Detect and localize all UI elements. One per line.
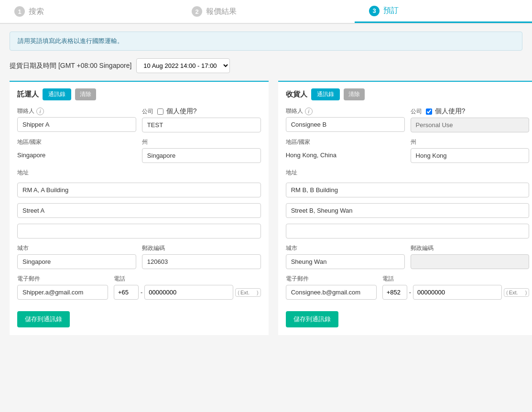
pickup-row: 提貨日期及時間 [GMT +08:00 Singapore] 10 Aug 20… xyxy=(10,58,522,73)
consignee-state-input[interactable] xyxy=(411,148,530,163)
shipper-address1-input[interactable] xyxy=(17,183,261,197)
shipper-region-state-row: 地區/國家 Singapore 州 xyxy=(17,138,261,163)
shipper-contact-input[interactable] xyxy=(17,117,136,132)
shipper-region-label: 地區/國家 xyxy=(17,138,136,146)
step-1[interactable]: 1 搜索 xyxy=(0,0,177,23)
consignee-save-btn[interactable]: 儲存到通訊錄 xyxy=(286,311,338,327)
shipper-address-label: 地址 xyxy=(17,169,261,177)
consignee-email-input[interactable] xyxy=(286,285,377,300)
shipper-postal-input[interactable] xyxy=(142,254,261,269)
consignee-phone-ext-input[interactable] xyxy=(509,290,524,295)
shipper-phone-group: 電話 - ( ) xyxy=(114,275,261,300)
consignee-phone-num[interactable] xyxy=(413,285,502,300)
shipper-clear-btn[interactable]: 清除 xyxy=(75,88,96,100)
shipper-address2-input[interactable] xyxy=(17,203,261,218)
shipper-form: 聯絡人 i 公司 個人使用? xyxy=(17,107,261,327)
shipper-contact-group: 聯絡人 i xyxy=(17,107,136,132)
consignee-contact-input[interactable] xyxy=(286,117,405,132)
consignee-contact-info-icon: i xyxy=(305,108,313,115)
shipper-email-input[interactable] xyxy=(17,285,108,300)
shipper-personal-use-row: 個人使用? xyxy=(157,107,197,116)
consignee-address-btn[interactable]: 通訊錄 xyxy=(311,88,340,100)
consignee-contact-company-row: 聯絡人 i 公司 個人使用? xyxy=(286,107,530,132)
shipper-city-label: 城市 xyxy=(17,244,136,252)
consignee-city-postal-row: 城市 郵政編碼 xyxy=(286,244,530,269)
consignee-section: 收貨人 通訊錄 清除 聯絡人 i 公司 xyxy=(278,81,532,335)
consignee-address-label: 地址 xyxy=(286,169,530,177)
consignee-save-row: 儲存到通訊錄 xyxy=(286,305,530,327)
consignee-address2-input[interactable] xyxy=(286,203,530,218)
step-3-label: 預訂 xyxy=(383,6,399,16)
shipper-save-row: 儲存到通訊錄 xyxy=(17,305,261,327)
consignee-contact-group: 聯絡人 i xyxy=(286,107,405,132)
shipper-header: 託運人 通訊錄 清除 xyxy=(17,88,261,100)
consignee-phone-dash: - xyxy=(409,289,411,296)
form-columns: 託運人 通訊錄 清除 聯絡人 i 公司 xyxy=(10,81,522,335)
consignee-phone-ext-wrap: ( ) xyxy=(504,288,529,297)
shipper-phone-row: - ( ) xyxy=(114,285,261,300)
consignee-personal-use-checkbox[interactable] xyxy=(426,108,432,115)
step-2[interactable]: 2 報價結果 xyxy=(177,0,355,23)
consignee-header: 收貨人 通訊錄 清除 xyxy=(286,88,530,100)
shipper-phone-ext-input[interactable] xyxy=(240,290,256,295)
shipper-postal-group: 郵政編碼 xyxy=(142,244,261,269)
consignee-ext-close-paren: ) xyxy=(525,290,527,295)
step-1-num: 1 xyxy=(14,6,25,17)
consignee-region-state-row: 地區/國家 Hong Kong, China 州 xyxy=(286,138,530,163)
shipper-city-postal-row: 城市 郵政編碼 xyxy=(17,244,261,269)
consignee-address-label-group: 地址 xyxy=(286,169,530,177)
consignee-email-group: 電子郵件 xyxy=(286,275,377,300)
step-3-num: 3 xyxy=(369,6,380,16)
consignee-postal-input[interactable] xyxy=(411,254,530,269)
shipper-city-group: 城市 xyxy=(17,244,136,269)
step-3[interactable]: 3 預訂 xyxy=(355,0,532,23)
consignee-email-label: 電子郵件 xyxy=(286,275,377,283)
consignee-city-input[interactable] xyxy=(286,254,405,269)
consignee-state-group: 州 xyxy=(411,138,530,163)
shipper-ext-close-paren: ) xyxy=(257,290,259,295)
pickup-label: 提貨日期及時間 [GMT +08:00 Singapore] xyxy=(10,62,131,70)
consignee-address1-input[interactable] xyxy=(286,183,530,197)
main-content: 請用英語填寫此表格以進行國際運輸。 提貨日期及時間 [GMT +08:00 Si… xyxy=(0,24,532,343)
shipper-section: 託運人 通訊錄 清除 聯絡人 i 公司 xyxy=(10,81,269,335)
shipper-email-phone-row: 電子郵件 電話 - ( ) xyxy=(17,275,261,300)
shipper-contact-label: 聯絡人 xyxy=(17,107,34,115)
shipper-save-btn[interactable]: 儲存到通訊錄 xyxy=(17,311,70,327)
consignee-phone-prefix[interactable] xyxy=(382,285,407,300)
consignee-region-label: 地區/國家 xyxy=(286,138,405,146)
shipper-postal-label: 郵政編碼 xyxy=(142,244,261,252)
stepper: 1 搜索 2 報價結果 3 預訂 xyxy=(0,0,532,24)
consignee-company-input[interactable] xyxy=(411,118,530,132)
shipper-state-label: 州 xyxy=(142,138,261,146)
pickup-select[interactable]: 10 Aug 2022 14:00 - 17:00 xyxy=(136,58,230,73)
shipper-state-input[interactable] xyxy=(142,148,261,163)
shipper-email-group: 電子郵件 xyxy=(17,275,108,300)
shipper-city-input[interactable] xyxy=(17,254,136,269)
shipper-personal-use-checkbox[interactable] xyxy=(157,108,163,115)
consignee-email-phone-row: 電子郵件 電話 - ( ) xyxy=(286,275,530,300)
consignee-company-group: 公司 個人使用? xyxy=(411,107,530,132)
consignee-personal-use-row: 個人使用? xyxy=(426,107,466,116)
consignee-personal-use-label: 個人使用? xyxy=(435,107,466,116)
consignee-region-value: Hong Kong, China xyxy=(286,148,405,162)
shipper-company-input[interactable] xyxy=(142,118,261,132)
consignee-region-group: 地區/國家 Hong Kong, China xyxy=(286,138,405,163)
step-2-num: 2 xyxy=(192,6,202,17)
consignee-city-group: 城市 xyxy=(286,244,405,269)
consignee-ext-open-paren: ( xyxy=(506,290,508,295)
consignee-form: 聯絡人 i 公司 個人使用? xyxy=(286,107,530,327)
shipper-contact-info-icon: i xyxy=(36,108,44,115)
shipper-region-group: 地區/國家 Singapore xyxy=(17,138,136,163)
shipper-phone-label: 電話 xyxy=(114,275,261,283)
consignee-company-label: 公司 xyxy=(411,108,422,116)
consignee-city-label: 城市 xyxy=(286,244,405,252)
shipper-contact-company-row: 聯絡人 i 公司 個人使用? xyxy=(17,107,261,132)
shipper-phone-prefix[interactable] xyxy=(114,285,139,300)
shipper-phone-num[interactable] xyxy=(144,285,233,300)
consignee-address3-input[interactable] xyxy=(286,224,530,239)
shipper-title: 託運人 xyxy=(17,90,39,99)
shipper-address3-input[interactable] xyxy=(17,224,261,239)
consignee-clear-btn[interactable]: 清除 xyxy=(344,88,365,100)
shipper-address-btn[interactable]: 通訊錄 xyxy=(43,88,71,100)
shipper-state-group: 州 xyxy=(142,138,261,163)
